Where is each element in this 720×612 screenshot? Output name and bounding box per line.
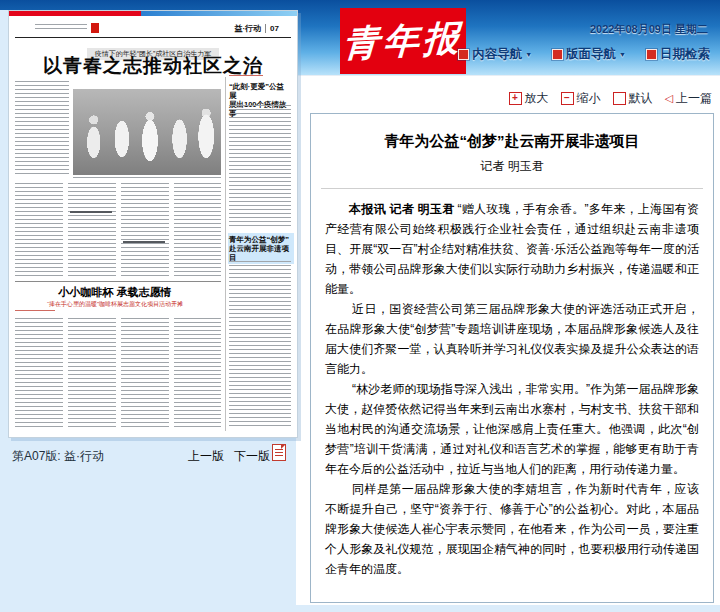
article-panel: 青年为公益“创梦”赴云南开展非遗项目 记者 明玉君 本报讯 记者 明玉君“赠人玫…: [310, 113, 714, 603]
plus-box-icon: +: [509, 92, 522, 105]
paper-logo-text: 青年报: [342, 13, 464, 68]
nav-item-content-guide[interactable]: 内容导航 ▼: [458, 46, 532, 63]
right-column-tagline: [229, 75, 263, 79]
newsprint-subhead: [123, 241, 165, 246]
next-page-link[interactable]: 下一版: [234, 448, 270, 465]
article-byline: 记者 明玉君: [311, 158, 713, 175]
article-toolbar: + 放大 − 缩小 默认 ◁ 上一篇: [509, 90, 712, 107]
issue-date: 2022年08月09日 星期二: [590, 22, 708, 37]
nav-item-label: 日期检索: [660, 46, 710, 63]
article-title: 青年为公益“创梦”赴云南开展非遗项目: [311, 132, 713, 151]
nav-item-layout-guide[interactable]: 版面导航 ▼: [552, 46, 626, 63]
paragraph-text: 近日，国资经营公司第三届品牌形象大使的评选活动正式开启，在品牌形象大使“创梦营”…: [325, 302, 699, 376]
newsprint-lines: [229, 105, 291, 229]
ppe-workers-photo: [73, 89, 221, 175]
article-body: 本报讯 记者 明玉君“赠人玫瑰，手有余香。”多年来，上海国有资产经营有限公司始终…: [311, 189, 713, 579]
edition-label: 第A07版: 益·行动: [12, 448, 104, 465]
newsprint-lines: [174, 183, 221, 277]
newsprint-lines: [121, 318, 169, 430]
page-thumbnail-column: 益·行动 07 疫情下的年轻“团长”成社区自治生力军 以青春之志推动社区之治 小…: [0, 10, 296, 612]
pdf-download-icon[interactable]: [272, 444, 286, 461]
coffee-byline-lines: [15, 310, 55, 314]
page-navigation: 上一版 下一版: [188, 448, 270, 465]
newsprint-lines: [15, 318, 63, 430]
page-number: 07: [270, 24, 279, 33]
coffee-article-headline: 小小咖啡杯 承载志愿情: [9, 285, 221, 300]
article-paragraph: 近日，国资经营公司第三届品牌形象大使的评选活动正式开启，在品牌形象大使“创梦营”…: [325, 299, 699, 379]
masthead-red-seal-icon: [91, 23, 99, 33]
section-divider: [265, 24, 266, 33]
paper-logo[interactable]: 青年报: [340, 8, 466, 74]
zoom-in-label: 放大: [525, 90, 549, 107]
newsprint-lines: [15, 81, 69, 177]
newsprint-lines: [68, 318, 116, 430]
previous-article-button[interactable]: ◁ 上一篇: [665, 90, 712, 107]
zoom-out-label: 缩小: [577, 90, 601, 107]
chevron-down-icon: ▼: [525, 51, 532, 58]
nav-item-label: 内容导航: [472, 46, 522, 63]
column-rule: [225, 77, 226, 431]
section-rule: [15, 281, 221, 282]
triangle-left-icon: ◁: [665, 93, 673, 104]
coffee-article-subhead: “捧在手心里的温暖”咖啡杯展志愿文化项目活动开摊: [9, 300, 221, 309]
page-section-header: 益·行动 07: [234, 23, 279, 34]
previous-page-link[interactable]: 上一版: [188, 448, 224, 465]
newsprint-lines: [15, 183, 63, 277]
nav-grid-icon: [552, 49, 563, 60]
digital-newspaper-page: 青年报 2022年08月09日 星期二 内容导航 ▼ 版面导航 ▼ 日期检索 +: [0, 0, 720, 612]
paragraph-lead: 本报讯 记者 明玉君: [349, 202, 454, 216]
article-paragraph: “林沙老师的现场指导深入浅出，非常实用。”作为第一届品牌形象大使，赵倬赟依然记得…: [325, 379, 699, 479]
minus-box-icon: −: [561, 92, 574, 105]
newsprint-lines: [174, 318, 221, 430]
paragraph-text: “林沙老师的现场指导深入浅出，非常实用。”作为第一届品牌形象大使，赵倬赟依然记得…: [325, 382, 699, 476]
default-size-label: 默认: [629, 90, 653, 107]
masthead-rule: [15, 37, 291, 38]
paragraph-text: “赠人玫瑰，手有余香。”多年来，上海国有资产经营有限公司始终积极践行企业社会责任…: [325, 202, 699, 296]
nav-item-date-search[interactable]: 日期检索: [646, 46, 710, 63]
paragraph-text: 同样是第一届品牌形象大使的李婧坦言，作为新时代青年，应该不断提升自己，坚守“资养…: [325, 482, 699, 576]
nav-calendar-icon: [646, 49, 657, 60]
article-paragraph: 同样是第一届品牌形象大使的李婧坦言，作为新时代青年，应该不断提升自己，坚守“资养…: [325, 479, 699, 579]
article-paragraph: 本报讯 记者 明玉君“赠人玫瑰，手有余香。”多年来，上海国有资产经营有限公司始终…: [325, 199, 699, 299]
zoom-out-button[interactable]: − 缩小: [561, 90, 601, 107]
article-region: + 放大 − 缩小 默认 ◁ 上一篇 青年为公益“创梦”赴云南开展非遗项目 记者…: [296, 75, 720, 605]
previous-article-label: 上一篇: [676, 90, 712, 107]
nav-book-icon: [458, 49, 469, 60]
current-article-headline-highlighted[interactable]: 青年为公益“创梦” 赴云南开展非遗项目: [228, 233, 294, 264]
empty-box-icon: [613, 92, 626, 105]
newspaper-page-thumbnail[interactable]: 益·行动 07 疫情下的年轻“团长”成社区自治生力军 以青春之志推动社区之治 小…: [8, 10, 298, 438]
chevron-down-icon: ▼: [619, 51, 626, 58]
newsprint-lines: [68, 183, 116, 277]
section-label: 益·行动: [234, 23, 261, 34]
masthead-smallprint: [35, 24, 87, 32]
zoom-in-button[interactable]: + 放大: [509, 90, 549, 107]
default-size-button[interactable]: 默认: [613, 90, 653, 107]
newsprint-subhead: [70, 211, 112, 216]
newsprint-lines: [229, 261, 291, 429]
photo-caption-lines: [73, 177, 221, 181]
newsprint-lines: [121, 183, 169, 277]
page-top-color-strip: [9, 11, 297, 16]
banner-nav: 内容导航 ▼ 版面导航 ▼ 日期检索: [458, 46, 710, 63]
nav-item-label: 版面导航: [566, 46, 616, 63]
